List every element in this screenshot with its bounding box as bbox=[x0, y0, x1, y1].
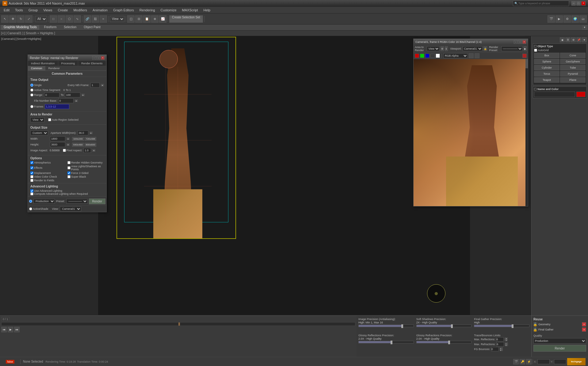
every-nth-input[interactable] bbox=[90, 83, 100, 88]
minimize-button[interactable]: ─ bbox=[571, 1, 576, 6]
cylinder-btn[interactable]: Cylinder bbox=[534, 65, 559, 70]
soft-shadows-thumb[interactable] bbox=[451, 324, 453, 328]
color-dot-red[interactable] bbox=[415, 54, 419, 58]
range-radio-label[interactable]: Range: bbox=[30, 93, 43, 96]
force-2sided-cb[interactable]: Force 2-Sided bbox=[67, 172, 104, 175]
output-size-select[interactable]: Custom bbox=[30, 130, 48, 135]
create-selection-btn[interactable]: Create Selection Set bbox=[169, 15, 203, 23]
dialog-minimize-btn[interactable]: ─ bbox=[92, 56, 96, 60]
rp-icon-1[interactable]: ◉ bbox=[560, 37, 565, 42]
cam-channel-select[interactable]: RGB Alpha bbox=[443, 53, 468, 58]
geosphere-btn[interactable]: GeoSphere bbox=[560, 59, 586, 64]
final-gather-clear-btn[interactable]: ✕ bbox=[582, 327, 586, 332]
glossy-refract-thumb[interactable] bbox=[448, 341, 450, 344]
cam-lock-btn[interactable]: 🔒 bbox=[483, 46, 487, 51]
cam-viewport-select[interactable]: Camera01 bbox=[463, 46, 483, 51]
production-radio[interactable] bbox=[29, 200, 32, 203]
cam-maximize-btn[interactable]: □ bbox=[518, 40, 522, 44]
use-adv-lighting-cb[interactable]: Use Advanced Lighting bbox=[30, 189, 104, 192]
soft-shadows-slider[interactable] bbox=[416, 325, 472, 327]
menu-group[interactable]: Group bbox=[26, 8, 40, 13]
atmospherics-cb[interactable]: Atmospherics bbox=[30, 161, 67, 164]
cam-clear-btn[interactable] bbox=[522, 54, 527, 58]
width-input[interactable] bbox=[50, 136, 65, 141]
prev-frame-btn[interactable]: ⏮ bbox=[1, 327, 7, 332]
layer-btn[interactable]: 📋 bbox=[143, 15, 151, 23]
link-btn[interactable]: 🔗 bbox=[84, 15, 91, 23]
final-gather-lock-btn[interactable]: 🔒 bbox=[533, 328, 537, 331]
area-select[interactable]: View bbox=[30, 117, 44, 122]
x-coord-input[interactable] bbox=[537, 359, 550, 364]
plane-btn[interactable]: Plane bbox=[560, 77, 586, 83]
super-black-cb[interactable]: Super Black bbox=[67, 175, 104, 178]
cam-settings-btn[interactable]: ⚙ bbox=[441, 46, 444, 51]
tube-btn[interactable]: Tube bbox=[560, 65, 586, 70]
color-dot-green[interactable] bbox=[420, 54, 424, 58]
name-color-collapse-icon[interactable] bbox=[534, 88, 536, 90]
cam-close-btn[interactable]: ✕ bbox=[522, 40, 526, 44]
set-key-btn[interactable]: 🔑 bbox=[520, 359, 525, 364]
render-setup-btn[interactable]: ⚙ bbox=[563, 15, 571, 23]
teapot-btn[interactable]: Teapot bbox=[534, 77, 559, 83]
dialog-close-btn[interactable]: ✕ bbox=[101, 56, 105, 60]
dialog-restore-btn[interactable]: □ bbox=[97, 56, 100, 60]
aperture-input[interactable] bbox=[78, 130, 88, 135]
activeshade-radio-label[interactable]: ActiveShade bbox=[29, 207, 48, 210]
render-mode-select[interactable]: Production bbox=[33, 199, 55, 204]
move-tool-btn[interactable]: ✥ bbox=[9, 15, 17, 23]
rp-icon-3[interactable]: ⚙ bbox=[571, 37, 576, 42]
image-precision-slider[interactable] bbox=[358, 325, 414, 327]
area-lights-cb[interactable]: Area Lights/Shadows as Points bbox=[67, 165, 104, 171]
rp-icon-2[interactable]: ☰ bbox=[565, 37, 570, 42]
autogrid-checkbox-label[interactable]: AutoGrid bbox=[534, 49, 586, 52]
pixel-aspect-input[interactable] bbox=[83, 148, 91, 153]
video-color-cb[interactable]: Video Color Check bbox=[30, 175, 67, 178]
rp-icon-4[interactable]: 📌 bbox=[576, 37, 581, 42]
group-open-btn[interactable]: ⊕ bbox=[151, 15, 158, 23]
select-tool-btn[interactable]: ↖ bbox=[1, 15, 9, 23]
object-name-input[interactable] bbox=[534, 92, 575, 97]
effects-cb[interactable]: Effects bbox=[30, 165, 67, 171]
cam-scrollbar[interactable] bbox=[525, 59, 528, 206]
time-controls-btn[interactable]: 🎬 bbox=[513, 359, 519, 364]
fg-bounces-input[interactable] bbox=[491, 347, 499, 351]
max-reflect-input[interactable] bbox=[496, 337, 504, 341]
preset-320-btn[interactable]: 320x240 bbox=[72, 137, 84, 141]
view-select-as[interactable]: Camera01 bbox=[60, 206, 81, 211]
close-button[interactable]: ✕ bbox=[581, 1, 586, 6]
preset-800-btn[interactable]: 800x600 bbox=[85, 143, 97, 147]
rp-icon-5[interactable]: ▼ bbox=[582, 37, 587, 42]
auto-region-checkbox[interactable] bbox=[48, 118, 51, 121]
filter-select[interactable]: All bbox=[35, 16, 47, 22]
menu-help[interactable]: Help bbox=[201, 8, 213, 13]
tab-processing[interactable]: Processing bbox=[58, 61, 78, 66]
unlink-btn[interactable]: ⛓ bbox=[92, 15, 99, 23]
range-to-input[interactable] bbox=[65, 92, 80, 97]
every-nth-up-btn[interactable]: ▲ bbox=[101, 84, 104, 86]
width-up-btn[interactable]: ▲ bbox=[67, 138, 70, 140]
preset-select[interactable]: ───────── bbox=[66, 199, 88, 204]
graphite-tab-freeform[interactable]: Freeform bbox=[42, 25, 59, 30]
menu-rendering[interactable]: Rendering bbox=[137, 8, 158, 13]
box-select-btn[interactable]: □ bbox=[50, 15, 57, 23]
view-select[interactable]: View bbox=[110, 16, 124, 22]
cam-zoom-btn[interactable] bbox=[469, 53, 474, 58]
align-btn[interactable]: ⊟ bbox=[135, 15, 143, 23]
bind-spacewarp-btn[interactable]: ≈ bbox=[100, 15, 107, 23]
scale-tool-btn[interactable]: ⤢ bbox=[25, 15, 32, 23]
color-dot-alpha[interactable] bbox=[430, 54, 435, 58]
autogrid-checkbox[interactable] bbox=[534, 49, 537, 52]
final-gather-thumb[interactable] bbox=[512, 324, 514, 328]
search-input[interactable] bbox=[518, 2, 567, 5]
render-fields-cb[interactable]: Render to Fields bbox=[30, 179, 67, 182]
production-radio-label[interactable] bbox=[29, 200, 32, 203]
cam-fit-btn[interactable] bbox=[475, 53, 479, 58]
rotation-gizmo[interactable]: ⊕ bbox=[427, 284, 445, 303]
mirror-btn[interactable]: ◫ bbox=[127, 15, 135, 23]
reuse-render-btn[interactable]: Render bbox=[533, 345, 586, 352]
pyramid-btn[interactable]: Pyramid bbox=[560, 71, 586, 77]
graphite-settings-btn[interactable]: ▼ bbox=[582, 25, 587, 30]
single-radio[interactable] bbox=[30, 84, 33, 87]
range-to-up-btn[interactable]: ▲ bbox=[82, 94, 85, 96]
box-btn[interactable]: Box bbox=[534, 53, 559, 58]
